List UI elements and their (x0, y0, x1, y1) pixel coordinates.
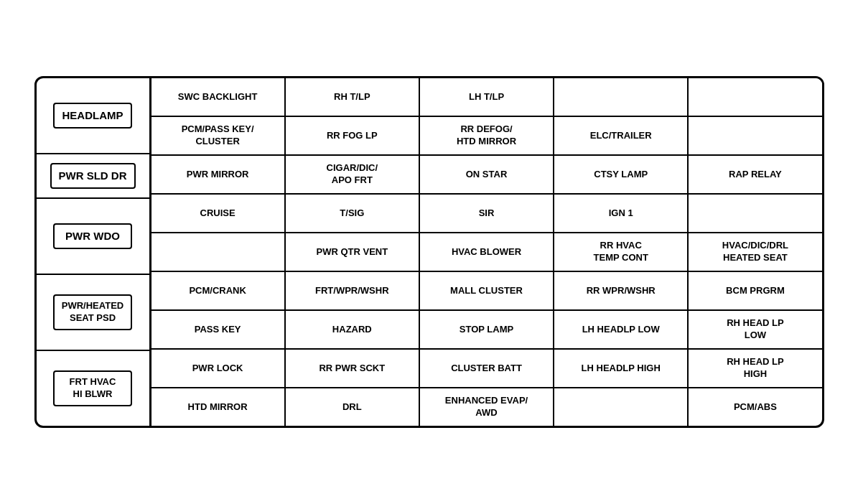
cell-cigar-dic: CIGAR/DIC/APO FRT (286, 156, 420, 193)
right-grid: SWC BACKLIGHT RH T/LP LH T/LP PCM/PASS K… (151, 78, 822, 426)
cell-rr-fog-lp: RR FOG LP (286, 117, 420, 154)
cell-cruise: CRUISE (151, 195, 286, 232)
cell-rr-pwr-sckt: RR PWR SCKT (286, 350, 420, 387)
grid-row-6: PCM/CRANK FRT/WPR/WSHR MALL CLUSTER RR W… (151, 272, 822, 311)
cell-r1-empty2 (689, 78, 821, 116)
cell-ign1: IGN 1 (554, 195, 689, 232)
cell-pcm-abs: PCM/ABS (689, 388, 821, 426)
cell-rh-head-lp-high: RH HEAD LPHIGH (689, 350, 821, 387)
cell-pwr-qtr-vent: PWR QTR VENT (286, 233, 420, 271)
grid-row-1: SWC BACKLIGHT RH T/LP LH T/LP (151, 78, 822, 117)
left-cell-headlamp: HEADLAMP (37, 78, 149, 154)
grid-row-8: PWR LOCK RR PWR SCKT CLUSTER BATT LH HEA… (151, 350, 822, 388)
cell-lh-headlp-high: LH HEADLP HIGH (554, 350, 689, 387)
cell-cluster-batt: CLUSTER BATT (420, 350, 554, 387)
headlamp-label: HEADLAMP (53, 103, 132, 129)
cell-r9-empty1 (554, 388, 689, 426)
cell-rr-defog: RR DEFOG/HTD MIRROR (420, 117, 554, 154)
grid-row-2: PCM/PASS KEY/CLUSTER RR FOG LP RR DEFOG/… (151, 117, 822, 156)
cell-rh-head-lp-low: RH HEAD LPLOW (689, 311, 821, 348)
cell-r1-empty1 (554, 78, 689, 116)
cell-drl: DRL (286, 388, 420, 426)
cell-lh-headlp-low: LH HEADLP LOW (554, 311, 689, 348)
cell-sir: SIR (420, 195, 554, 232)
left-cell-pwr-sld-dr: PWR SLD DR (37, 154, 149, 199)
cell-tsig: T/SIG (286, 195, 420, 232)
cell-lh-tlp: LH T/LP (420, 78, 554, 116)
cell-ctsy-lamp: CTSY LAMP (554, 156, 689, 193)
frt-hvac-label: FRT HVACHI BLWR (53, 370, 132, 406)
left-column: HEADLAMP PWR SLD DR PWR WDO PWR/HEATEDSE… (37, 78, 151, 426)
left-cell-frt-hvac: FRT HVACHI BLWR (37, 351, 149, 426)
left-cell-pwr-heated-seat: PWR/HEATEDSEAT PSD (37, 275, 149, 351)
grid-row-9: HTD MIRROR DRL ENHANCED EVAP/AWD PCM/ABS (151, 388, 822, 426)
cell-pcm-pass-key: PCM/PASS KEY/CLUSTER (151, 117, 286, 154)
cell-r4-empty1 (689, 195, 821, 232)
cell-enhanced-evap: ENHANCED EVAP/AWD (420, 388, 554, 426)
left-cell-pwr-wdo: PWR WDO (37, 199, 149, 275)
cell-rr-hvac-temp: RR HVACTEMP CONT (554, 233, 689, 271)
cell-rap-relay: RAP RELAY (689, 156, 821, 193)
cell-frt-wpr-wshr: FRT/WPR/WSHR (286, 272, 420, 309)
cell-bcm-prgrm: BCM PRGRM (689, 272, 821, 309)
cell-htd-mirror: HTD MIRROR (151, 388, 286, 426)
cell-stop-lamp: STOP LAMP (420, 311, 554, 348)
cell-hvac-dic-drl: HVAC/DIC/DRLHEATED SEAT (689, 233, 821, 271)
fuse-table: HEADLAMP PWR SLD DR PWR WDO PWR/HEATEDSE… (34, 76, 824, 428)
cell-pcm-crank: PCM/CRANK (151, 272, 286, 309)
cell-rr-wpr-wshr: RR WPR/WSHR (554, 272, 689, 309)
cell-on-star: ON STAR (420, 156, 554, 193)
cell-mall-cluster: MALL CLUSTER (420, 272, 554, 309)
cell-r5-empty1 (151, 233, 286, 271)
cell-hvac-blower: HVAC BLOWER (420, 233, 554, 271)
pwr-sld-dr-label: PWR SLD DR (50, 163, 136, 189)
grid-row-7: PASS KEY HAZARD STOP LAMP LH HEADLP LOW … (151, 311, 822, 350)
cell-elc-trailer: ELC/TRAILER (554, 117, 689, 154)
cell-rh-tlp: RH T/LP (286, 78, 420, 116)
cell-pwr-mirror: PWR MIRROR (151, 156, 286, 193)
grid-row-5: PWR QTR VENT HVAC BLOWER RR HVACTEMP CON… (151, 233, 822, 272)
cell-hazard: HAZARD (286, 311, 420, 348)
cell-pass-key: PASS KEY (151, 311, 286, 348)
pwr-heated-seat-label: PWR/HEATEDSEAT PSD (53, 294, 132, 330)
cell-pwr-lock: PWR LOCK (151, 350, 286, 387)
cell-swc-backlight: SWC BACKLIGHT (151, 78, 286, 116)
cell-r2-empty1 (689, 117, 821, 154)
grid-row-3: PWR MIRROR CIGAR/DIC/APO FRT ON STAR CTS… (151, 156, 822, 195)
grid-row-4: CRUISE T/SIG SIR IGN 1 (151, 195, 822, 233)
pwr-wdo-label: PWR WDO (53, 223, 132, 249)
